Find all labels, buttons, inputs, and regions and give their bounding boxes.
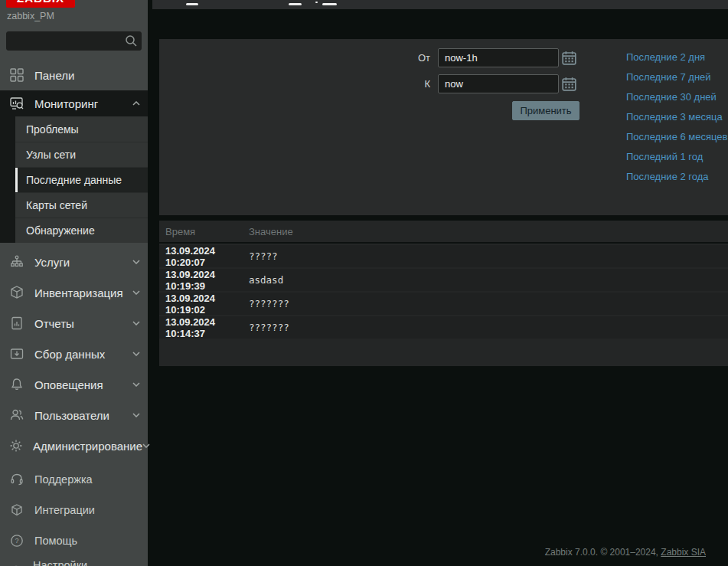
quick-range-last-2-days[interactable]: Последние 2 дня (626, 47, 727, 67)
sidebar-item-administration[interactable]: Администрирование (0, 434, 148, 457)
footer-version-text: Zabbix 7.0.0. © 2001–2024, (545, 547, 661, 558)
administration-icon (9, 439, 23, 453)
sidebar-item-label: Администрирование (33, 440, 142, 453)
quick-range-last-6-months[interactable]: Последние 6 месяцев (626, 127, 727, 147)
sidebar-item-label: Мониторинг (34, 97, 98, 110)
chevron-down-icon (132, 290, 140, 295)
column-header-time: Время (159, 226, 249, 237)
footer-zabbix-sia-link[interactable]: Zabbix SIA (661, 547, 706, 558)
dashboards-icon (9, 68, 24, 82)
zabbix-app: ZABBIX zabbix_PM Панели (0, 0, 728, 566)
time-cell: 13.09.2024 10:14:37 (159, 316, 249, 339)
sidebar-item-label: Отчеты (34, 317, 74, 330)
to-label: К (389, 74, 430, 93)
header-dash (322, 3, 337, 5)
value-cell: ????? (249, 250, 728, 262)
apply-button[interactable]: Применить (512, 101, 579, 120)
value-cell: ??????? (249, 298, 728, 309)
sidebar-search (6, 31, 142, 51)
chevron-down-icon (142, 443, 150, 448)
search-input[interactable] (6, 31, 142, 51)
submenu-item-label: Обнаружение (26, 224, 95, 237)
sidebar-item-label: Пользователи (34, 409, 109, 422)
value-cell: ??????? (249, 322, 728, 333)
value-cell: asdasd (249, 274, 728, 286)
quick-range-last-3-months[interactable]: Последние 3 месяца (626, 107, 727, 127)
sidebar-item-dashboards[interactable]: Панели (0, 64, 148, 87)
time-filter-panel: От К (159, 39, 728, 215)
submenu-item-label: Последние данные (26, 174, 122, 186)
help-icon: ? (9, 534, 24, 548)
submenu-item-latest-data[interactable]: Последние данные (15, 167, 148, 192)
data-collection-icon (9, 347, 24, 361)
sidebar-item-label: Помощь (34, 535, 77, 547)
quick-range-last-7-days[interactable]: Последние 7 дней (626, 67, 727, 87)
search-icon (125, 34, 138, 47)
table-row[interactable]: 13.09.2024 10:20:07 ????? (159, 245, 728, 267)
submenu-item-maps[interactable]: Карты сетей (15, 192, 148, 218)
time-cell: 13.09.2024 10:19:02 (159, 293, 249, 316)
alerts-icon (9, 378, 24, 391)
to-input[interactable] (438, 74, 559, 93)
table-row[interactable]: 13.09.2024 10:19:39 asdasd (159, 269, 728, 291)
sidebar-item-label: Сбор данных (34, 348, 105, 361)
from-input[interactable] (438, 48, 559, 67)
monitoring-icon (9, 97, 24, 110)
quick-range-last-30-days[interactable]: Последние 30 дней (626, 87, 727, 107)
chevron-down-icon (132, 352, 140, 356)
submenu-item-hosts[interactable]: Узлы сети (15, 142, 148, 167)
submenu-item-label: Карты сетей (26, 199, 87, 211)
sidebar-item-label: Инвентаризация (34, 286, 123, 299)
sidebar-item-label: Услуги (34, 256, 70, 269)
header-dash (289, 3, 302, 5)
to-calendar-button[interactable] (562, 76, 577, 91)
table-row[interactable]: 13.09.2024 10:14:37 ??????? (159, 316, 728, 339)
sidebar-item-label: Панели (34, 69, 74, 82)
sidebar-item-help[interactable]: ? Помощь (0, 529, 148, 552)
quick-range-last-2-years[interactable]: Последние 2 года (626, 167, 727, 187)
sidebar-item-reports[interactable]: Отчеты (0, 312, 148, 335)
header-dot (315, 2, 318, 3)
zabbix-logo[interactable]: ZABBIX (6, 0, 75, 8)
footer: Zabbix 7.0.0. © 2001–2024, Zabbix SIA (152, 547, 706, 558)
chevron-down-icon (132, 413, 140, 417)
submenu-item-discovery[interactable]: Обнаружение (15, 218, 148, 243)
header-remnant-strip (152, 0, 728, 9)
sidebar-item-label: Настройки пользователя (33, 559, 140, 566)
sidebar-bottom-menu: Поддержка Интеграции ? Помощь (0, 468, 148, 566)
chevron-up-icon (132, 101, 140, 106)
sidebar-item-label: Оповещения (34, 378, 103, 391)
sidebar-item-monitoring[interactable]: Мониторинг (0, 90, 148, 116)
time-cell: 13.09.2024 10:20:07 (159, 245, 249, 268)
history-table: Время Значение 13.09.2024 10:20:07 ?????… (159, 221, 728, 366)
sidebar-item-services[interactable]: Услуги (0, 250, 148, 273)
calendar-icon (562, 51, 577, 65)
sidebar: ZABBIX zabbix_PM Панели (0, 0, 148, 566)
table-header-row: Время Значение (159, 221, 728, 244)
sidebar-item-integrations[interactable]: Интеграции (0, 499, 148, 522)
quick-range-last-1-year[interactable]: Последний 1 год (626, 147, 727, 167)
svg-text:?: ? (15, 537, 18, 545)
sidebar-item-label: Интеграции (34, 504, 95, 516)
sidebar-item-support[interactable]: Поддержка (0, 468, 148, 491)
chevron-down-icon (132, 382, 140, 387)
table-row[interactable]: 13.09.2024 10:19:02 ??????? (159, 293, 728, 315)
calendar-icon (562, 77, 577, 91)
column-header-value: Значение (249, 226, 728, 237)
sidebar-item-users[interactable]: Пользователи (0, 404, 148, 427)
sidebar-item-user-settings[interactable]: Настройки пользователя (0, 560, 148, 566)
submenu-item-problems[interactable]: Проблемы (15, 116, 148, 142)
support-icon (9, 473, 24, 486)
integrations-icon (9, 503, 24, 517)
sidebar-item-alerts[interactable]: Оповещения (0, 373, 148, 396)
sidebar-item-label: Поддержка (34, 473, 93, 486)
header-dash (186, 3, 198, 5)
services-icon (9, 255, 24, 269)
sidebar-item-data-collection[interactable]: Сбор данных (0, 342, 148, 365)
time-cell: 13.09.2024 10:19:39 (159, 269, 249, 292)
users-icon (9, 408, 24, 422)
quick-range-links: Последние 2 дня Последние 7 дней Последн… (626, 47, 727, 187)
sidebar-item-inventory[interactable]: Инвентаризация (0, 281, 148, 304)
from-calendar-button[interactable] (562, 50, 577, 65)
from-label: От (389, 48, 430, 67)
